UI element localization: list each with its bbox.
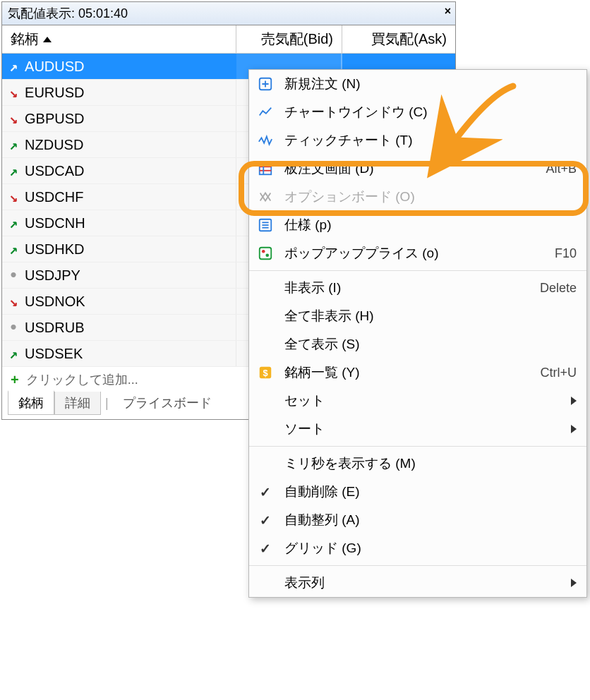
menu-hide[interactable]: 非表示 (I) Delete bbox=[249, 274, 586, 302]
menu-new-order[interactable]: 新規注文 (N) bbox=[249, 70, 586, 98]
symbol-label: USDSEK bbox=[25, 346, 83, 362]
menu-specification[interactable]: 仕様 (p) bbox=[249, 211, 586, 239]
menu-label: 自動削除 (E) bbox=[284, 483, 510, 501]
svg-point-10 bbox=[262, 250, 265, 253]
menu-label: グリッド (G) bbox=[284, 539, 510, 557]
menu-popup-prices[interactable]: ポップアッププライス (o) F10 bbox=[249, 239, 586, 267]
tab-divider: | bbox=[101, 396, 113, 411]
direction-arrow-icon: ↘ bbox=[9, 188, 18, 205]
symbol-label: AUDUSD bbox=[25, 59, 84, 75]
tab-symbols[interactable]: 銘柄 bbox=[8, 390, 54, 415]
menu-label: 板注文画面 (D) bbox=[284, 159, 510, 178]
svg-text:$: $ bbox=[263, 368, 267, 378]
direction-arrow-icon: ↘ bbox=[9, 110, 18, 127]
menu-option-board[interactable]: オプションボード (O) bbox=[249, 183, 586, 211]
symbol-cell: ↘GBPUSD bbox=[2, 106, 236, 131]
menu-shortcut: F10 bbox=[520, 246, 577, 261]
plus-icon: + bbox=[11, 372, 19, 388]
menu-label: 銘柄一覧 (Y) bbox=[284, 363, 510, 382]
menu-grid[interactable]: ✓ グリッド (G) bbox=[249, 534, 586, 562]
menu-label: ソート bbox=[284, 420, 510, 438]
table-header: 銘柄 売気配(Bid) 買気配(Ask) bbox=[2, 25, 455, 54]
symbol-label: NZDUSD bbox=[25, 137, 83, 153]
context-menu: 新規注文 (N) チャートウインドウ (C) ティックチャート (T) 板注文画… bbox=[248, 69, 587, 598]
symbol-cell: •USDJPY bbox=[2, 262, 236, 288]
direction-arrow-icon: • bbox=[9, 319, 18, 336]
menu-shortcut: Delete bbox=[520, 281, 577, 296]
direction-arrow-icon: ↘ bbox=[9, 293, 18, 310]
symbol-cell: ↗NZDUSD bbox=[2, 132, 236, 157]
titlebar[interactable]: 気配値表示: 05:01:40 × bbox=[2, 2, 455, 25]
symbol-cell: ↗USDHKD bbox=[2, 236, 236, 262]
direction-arrow-icon: ↗ bbox=[9, 345, 18, 362]
menu-label: 全て表示 (S) bbox=[284, 335, 510, 354]
menu-auto-arrange[interactable]: ✓ 自動整列 (A) bbox=[249, 506, 586, 534]
direction-arrow-icon: ↗ bbox=[9, 241, 18, 258]
symbol-label: USDCNH bbox=[25, 215, 85, 231]
option-board-icon bbox=[256, 189, 275, 205]
menu-label: ポップアッププライス (o) bbox=[284, 244, 510, 262]
menu-label: セット bbox=[284, 392, 510, 410]
symbol-cell: ↘USDCHF bbox=[2, 184, 236, 210]
menu-tick-chart[interactable]: ティックチャート (T) bbox=[249, 126, 586, 155]
menu-label: 自動整列 (A) bbox=[284, 511, 510, 529]
col-symbol-label: 銘柄 bbox=[11, 30, 39, 49]
new-order-icon bbox=[256, 76, 275, 92]
menu-label: オプションボード (O) bbox=[284, 188, 510, 206]
tab-details[interactable]: 詳細 bbox=[54, 392, 101, 415]
close-icon[interactable]: × bbox=[445, 5, 451, 18]
symbol-label: USDCAD bbox=[25, 163, 84, 179]
menu-separator bbox=[249, 270, 586, 271]
menu-separator bbox=[249, 565, 586, 566]
col-bid-label: 売気配(Bid) bbox=[261, 31, 333, 47]
popup-icon bbox=[256, 246, 275, 261]
menu-label: 仕様 (p) bbox=[284, 216, 510, 234]
menu-label: チャートウインドウ (C) bbox=[284, 103, 510, 121]
symbol-cell: ↘EURUSD bbox=[2, 80, 236, 105]
direction-arrow-icon: ↗ bbox=[9, 58, 18, 75]
submenu-arrow-icon bbox=[571, 397, 577, 405]
col-ask[interactable]: 買気配(Ask) bbox=[342, 25, 455, 53]
check-icon: ✓ bbox=[260, 512, 271, 529]
symbol-label: USDNOK bbox=[25, 294, 85, 310]
symbol-label: USDHKD bbox=[25, 241, 84, 258]
menu-symbols-list[interactable]: $ 銘柄一覧 (Y) Ctrl+U bbox=[249, 358, 586, 387]
menu-show-ms[interactable]: ミリ秒を表示する (M) bbox=[249, 449, 586, 478]
menu-show-all[interactable]: 全て表示 (S) bbox=[249, 330, 586, 358]
menu-hide-all[interactable]: 全て非表示 (H) bbox=[249, 302, 586, 330]
check-icon: ✓ bbox=[260, 484, 271, 500]
tab-priceboard[interactable]: プライスボード bbox=[113, 392, 222, 415]
symbol-cell: •USDRUB bbox=[2, 315, 236, 340]
depth-icon bbox=[256, 161, 275, 176]
direction-arrow-icon: • bbox=[9, 267, 18, 284]
menu-label: ミリ秒を表示する (M) bbox=[284, 454, 510, 473]
symbol-cell: ↗USDCAD bbox=[2, 158, 236, 183]
svg-rect-1 bbox=[260, 163, 272, 175]
symbol-label: USDCHF bbox=[25, 189, 83, 205]
spec-icon bbox=[256, 217, 275, 233]
symbol-label: USDRUB bbox=[25, 320, 84, 336]
title-text: 気配値表示: 05:01:40 bbox=[8, 6, 128, 20]
menu-sets[interactable]: セット bbox=[249, 387, 586, 415]
menu-auto-delete[interactable]: ✓ 自動削除 (E) bbox=[249, 478, 586, 506]
menu-depth-of-market[interactable]: 板注文画面 (D) Alt+B bbox=[249, 155, 586, 183]
col-bid[interactable]: 売気配(Bid) bbox=[236, 25, 342, 53]
menu-shortcut: Alt+B bbox=[520, 162, 577, 176]
col-symbol[interactable]: 銘柄 bbox=[2, 25, 236, 53]
menu-columns[interactable]: 表示列 bbox=[249, 569, 586, 597]
direction-arrow-icon: ↗ bbox=[9, 215, 18, 231]
menu-label: 非表示 (I) bbox=[284, 279, 510, 297]
direction-arrow-icon: ↘ bbox=[9, 84, 18, 101]
menu-separator bbox=[249, 446, 586, 447]
direction-arrow-icon: ↗ bbox=[9, 136, 18, 153]
menu-sort[interactable]: ソート bbox=[249, 415, 586, 443]
menu-chart-window[interactable]: チャートウインドウ (C) bbox=[249, 98, 586, 126]
symbol-label: USDJPY bbox=[25, 267, 80, 284]
menu-label: 表示列 bbox=[284, 574, 510, 592]
menu-label: 新規注文 (N) bbox=[284, 75, 510, 93]
submenu-arrow-icon bbox=[571, 579, 577, 587]
col-ask-label: 買気配(Ask) bbox=[371, 31, 447, 47]
symbol-label: GBPUSD bbox=[25, 111, 84, 127]
add-hint-label: クリックして追加... bbox=[26, 371, 138, 388]
symbol-cell: ↗USDCNH bbox=[2, 210, 236, 236]
